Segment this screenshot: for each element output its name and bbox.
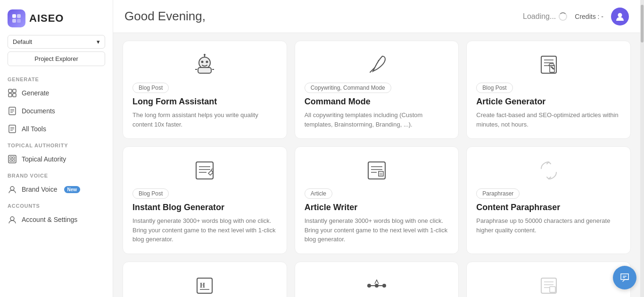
loading-spinner (559, 12, 567, 21)
account-settings-label: Account & Settings (22, 216, 77, 223)
topical-authority-label: Topical Autority (22, 155, 66, 163)
header: Good Evening, Loading... Credits : - (113, 0, 640, 33)
bypass-ai-icon (365, 274, 388, 297)
feather-icon (365, 53, 388, 76)
card-tag: Blog Post (132, 83, 169, 93)
scrollbar-thumb (641, 5, 644, 42)
generate-section-label: GENERATE (0, 72, 113, 84)
sidebar-item-account-settings[interactable]: Account & Settings (0, 211, 113, 229)
card-topical-authority[interactable]: Authority Topical Authority Activate Win… (466, 262, 631, 297)
svg-point-25 (201, 61, 204, 63)
svg-point-29 (204, 54, 206, 56)
svg-point-24 (199, 57, 210, 68)
svg-rect-56 (541, 278, 556, 293)
card-title: Article Generator (476, 97, 621, 107)
header-right: Loading... Credits : - (523, 8, 629, 25)
card-tag: Blog Post (132, 188, 169, 199)
chat-bubble-button[interactable] (613, 266, 636, 289)
card-icon-area: H (132, 272, 277, 297)
robot-icon (193, 53, 216, 76)
sidebar-item-topical-authority[interactable]: Topical Autority (0, 150, 113, 168)
card-bypass-ai[interactable]: Bypass AI Bypass AI Detector (295, 262, 459, 297)
card-title: Long Form Assistant (132, 97, 277, 107)
card-long-form-assistant[interactable]: Blog Post Long Form Assistant The long f… (123, 41, 287, 139)
sidebar-item-generate[interactable]: Generate (0, 84, 113, 102)
documents-icon (8, 106, 17, 116)
svg-rect-5 (13, 89, 16, 93)
card-content-paraphraser[interactable]: Paraphraser Content Paraphraser Paraphra… (466, 146, 631, 254)
card-icon-area (476, 272, 621, 297)
svg-point-22 (10, 217, 14, 221)
card-tag: Article (305, 188, 332, 199)
article-gen-icon (537, 53, 560, 76)
card-title: Content Paraphraser (476, 203, 621, 212)
project-explorer-button[interactable]: Project Explorer (8, 51, 105, 66)
card-icon-area (305, 51, 449, 79)
svg-point-23 (618, 13, 622, 17)
svg-rect-16 (8, 155, 16, 163)
default-dropdown[interactable]: Default ▾ (8, 35, 105, 49)
card-instant-blog-generator[interactable]: Blog Post Instant Blog Generator Instant… (123, 146, 287, 254)
svg-point-52 (367, 284, 371, 288)
sidebar: AISEO Default ▾ Project Explorer GENERAT… (0, 0, 113, 297)
svg-rect-4 (8, 89, 12, 93)
brand-voice-label: Brand Voice (22, 186, 58, 193)
svg-point-53 (382, 284, 386, 288)
svg-point-51 (375, 284, 379, 288)
sidebar-controls: Default ▾ Project Explorer (0, 35, 113, 72)
all-tools-label: All Tools (22, 125, 46, 133)
svg-rect-0 (12, 14, 16, 18)
card-icon-area (476, 51, 621, 79)
cards-grid: Blog Post Long Form Assistant The long f… (123, 41, 631, 297)
card-tag: Copywriting, Command Mode (305, 83, 391, 93)
card-desc: Instantly generate 3000+ words blog with… (132, 216, 277, 244)
svg-rect-1 (17, 14, 21, 18)
paraphraser-icon (537, 159, 560, 182)
logo-icon (8, 9, 25, 27)
card-desc: Create fact-based and SEO-optimized arti… (476, 110, 621, 129)
card-content-improver[interactable]: H Content Improver Brand Writing (123, 262, 287, 297)
svg-rect-2 (12, 19, 16, 23)
card-icon-area (132, 156, 277, 185)
generate-label: Generate (22, 89, 49, 97)
credits-label: Credits : - (575, 13, 603, 20)
content-improver-icon: H (193, 274, 216, 297)
brand-voice-icon (8, 185, 17, 194)
card-desc: Instantly generate 3000+ words blog with… (305, 216, 449, 244)
brand-voice-badge: New (64, 186, 81, 193)
generate-icon (8, 88, 17, 98)
page-scrollbar[interactable] (640, 0, 644, 297)
topical-authority-section-label: TOPICAL AUTHORITY (0, 138, 113, 150)
svg-line-41 (211, 169, 212, 170)
card-title: Command Mode (305, 97, 449, 107)
documents-label: Documents (22, 107, 55, 115)
card-command-mode[interactable]: Copywriting, Command Mode Command Mode A… (295, 41, 459, 139)
card-article-writer[interactable]: Article Article Writer Instantly generat… (295, 146, 459, 254)
all-tools-icon (8, 124, 17, 134)
card-desc: The long form assistant helps you write … (132, 110, 277, 129)
sidebar-item-all-tools[interactable]: All Tools (0, 120, 113, 138)
card-desc: Paraphrase up to 50000 characters and ge… (476, 216, 621, 235)
sidebar-item-brand-voice[interactable]: Brand Voice New (0, 180, 113, 198)
svg-point-21 (10, 187, 14, 190)
card-icon-area (476, 156, 621, 185)
card-icon-area (305, 272, 449, 297)
svg-rect-27 (198, 68, 211, 73)
chevron-down-icon: ▾ (97, 38, 100, 45)
logo-text: AISEO (29, 12, 64, 25)
accounts-section-label: ACCOUNTS (0, 198, 113, 211)
svg-rect-20 (13, 160, 15, 161)
svg-rect-19 (10, 160, 12, 161)
user-avatar[interactable] (611, 8, 629, 25)
svg-rect-7 (13, 93, 16, 97)
svg-rect-37 (196, 162, 213, 179)
card-tag: Blog Post (476, 83, 512, 93)
credits-section: Credits : - (575, 13, 603, 20)
svg-point-26 (206, 61, 208, 63)
main-content: Good Evening, Loading... Credits : - (113, 0, 640, 297)
card-article-generator[interactable]: Blog Post Article Generator Create fact-… (466, 41, 631, 139)
card-title: Instant Blog Generator (132, 203, 277, 212)
svg-rect-60 (550, 287, 555, 292)
topical-authority-icon (8, 154, 17, 164)
sidebar-item-documents[interactable]: Documents (0, 102, 113, 120)
